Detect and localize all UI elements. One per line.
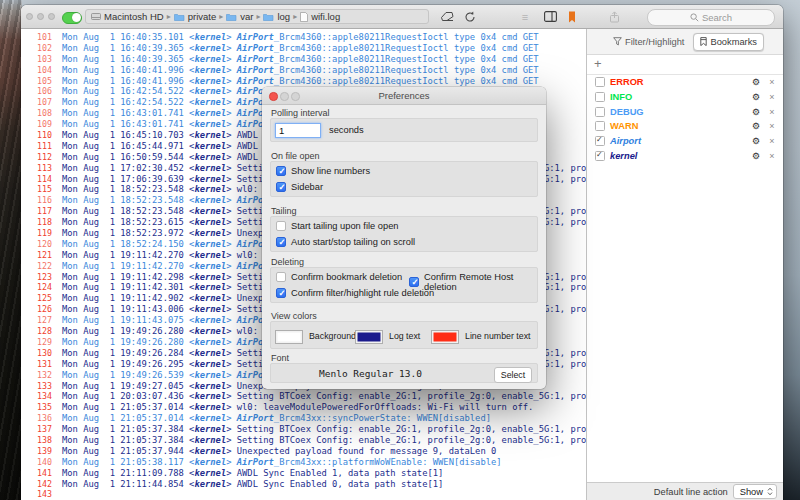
share-button[interactable] [603, 8, 625, 25]
line-number: 130 [21, 348, 52, 359]
checkbox-icon[interactable] [276, 182, 286, 192]
dialog-title-bar[interactable]: Preferences [262, 87, 546, 105]
tab-bookmarks[interactable]: Bookmarks [693, 33, 764, 51]
rule-checkbox[interactable] [595, 77, 605, 87]
line-number: 135 [21, 402, 52, 413]
log-line[interactable]: 137Mon Aug 1 21:05:37.384 <kernel> Setti… [21, 424, 586, 435]
checkbox-label: Auto start/stop tailing on scroll [291, 237, 415, 247]
drive-icon [91, 12, 101, 21]
font-select-button[interactable]: Select [494, 367, 532, 383]
rule-row[interactable]: INFO⚙× [587, 90, 783, 105]
log-line[interactable]: 101Mon Aug 1 16:40:35.101 <kernel> AirPo… [21, 32, 586, 43]
split-view-icon [544, 11, 557, 22]
background-color-well[interactable] [275, 330, 303, 344]
add-rule-button[interactable]: + [594, 56, 602, 71]
rule-row[interactable]: WARN⚙× [587, 119, 783, 134]
sidebar-footer: Default line action Show [587, 482, 783, 500]
gear-icon[interactable]: ⚙ [750, 151, 762, 161]
delete-rule-icon[interactable]: × [767, 121, 777, 131]
default-line-action-select[interactable]: Show [733, 484, 777, 499]
breadcrumb-item[interactable]: var [240, 11, 253, 22]
delete-rule-icon[interactable]: × [767, 107, 777, 117]
zoom-button[interactable] [48, 13, 55, 20]
log-line[interactable]: 135Mon Aug 1 21:05:37.014 <kernel> wl0: … [21, 402, 586, 413]
log-line[interactable]: 134Mon Aug 1 20:03:07.436 <kernel> Setti… [21, 391, 586, 402]
delete-rule-icon[interactable]: × [767, 92, 777, 102]
log-text-color-well[interactable] [355, 330, 383, 344]
checkbox-icon[interactable] [276, 237, 286, 247]
line-number: 114 [21, 174, 52, 185]
line-number: 109 [21, 119, 52, 130]
sidebar: Filter/Highlight Bookmarks + ERROR⚙×INFO… [586, 29, 783, 500]
bookmark-button[interactable] [561, 8, 583, 25]
auto-tailing-checkbox[interactable]: Auto start/stop tailing on scroll [276, 237, 415, 247]
log-line[interactable]: 103Mon Aug 1 16:40:39.365 <kernel> AirPo… [21, 54, 586, 65]
line-number: 133 [21, 381, 52, 392]
breadcrumb-item[interactable]: Macintosh HD [104, 11, 164, 22]
tail-toggle[interactable] [62, 12, 82, 25]
checkbox-icon[interactable] [276, 272, 286, 282]
log-line[interactable]: 140Mon Aug 1 21:05:38.117 <kernel> AirPo… [21, 457, 586, 468]
rule-checkbox[interactable] [595, 92, 605, 102]
minimize-button[interactable] [37, 13, 44, 20]
sidebar-checkbox[interactable]: Sidebar [276, 182, 323, 192]
breadcrumb-item[interactable]: private [188, 11, 217, 22]
log-line[interactable]: 105Mon Aug 1 16:40:41.996 <kernel> AirPo… [21, 76, 586, 87]
checkbox-label: Sidebar [291, 182, 323, 192]
breadcrumb-item[interactable]: wifi.log [311, 11, 340, 22]
log-line[interactable]: 141Mon Aug 1 21:11:09.788 <kernel> AWDL … [21, 468, 586, 479]
rule-row[interactable]: kernel⚙× [587, 148, 783, 163]
rule-checkbox[interactable] [595, 121, 605, 131]
gear-icon[interactable]: ⚙ [750, 77, 762, 87]
polling-interval-group: seconds [270, 118, 538, 142]
gear-icon[interactable]: ⚙ [750, 121, 762, 131]
show-line-numbers-checkbox[interactable]: Show line numbers [276, 166, 370, 176]
rule-checkbox[interactable] [595, 151, 605, 161]
default-line-action-label: Default line action [654, 487, 728, 497]
line-number: 128 [21, 326, 52, 337]
log-line[interactable]: 142Mon Aug 1 21:11:44.854 <kernel> AWDL … [21, 479, 586, 490]
reload-button[interactable] [459, 8, 481, 25]
line-number: 136 [21, 413, 52, 424]
search-input[interactable]: Search [647, 9, 775, 26]
clear-log-button[interactable] [436, 8, 458, 25]
rule-row[interactable]: DEBUG⚙× [587, 104, 783, 119]
rule-checkbox[interactable] [595, 107, 605, 117]
line-number: 131 [21, 359, 52, 370]
close-button[interactable] [26, 13, 33, 20]
checkbox-icon[interactable] [276, 166, 286, 176]
log-line[interactable]: 143 [21, 489, 586, 500]
sidebar-tab-bar: Filter/Highlight Bookmarks [587, 29, 783, 55]
line-text: Mon Aug 1 21:05:37.014 <kernel> AirPort_… [62, 413, 491, 424]
sidebar-toggle-button[interactable] [539, 8, 561, 25]
checkbox-icon[interactable] [276, 221, 286, 231]
rule-row[interactable]: ERROR⚙× [587, 75, 783, 90]
rule-row[interactable]: Airport⚙× [587, 134, 783, 149]
start-tailing-checkbox[interactable]: Start tailing upon file open [276, 221, 399, 231]
checkbox-icon[interactable] [409, 277, 419, 287]
log-line[interactable]: 102Mon Aug 1 16:40:39.365 <kernel> AirPo… [21, 43, 586, 54]
color-well-label: Log text [389, 331, 420, 341]
breadcrumb[interactable]: Macintosh HD ▸ private ▸ var ▸ log ▸ wif… [85, 9, 429, 24]
rule-checkbox[interactable] [595, 136, 605, 146]
confirm-rule-deletion-checkbox[interactable]: Confirm filter/highlight rule deletion [276, 288, 434, 298]
line-number: 123 [21, 272, 52, 283]
log-line[interactable]: 136Mon Aug 1 21:05:37.014 <kernel> AirPo… [21, 413, 586, 424]
checkbox-icon[interactable] [276, 288, 286, 298]
delete-rule-icon[interactable]: × [767, 151, 777, 161]
gear-icon[interactable]: ⚙ [750, 136, 762, 146]
gear-icon[interactable]: ⚙ [750, 92, 762, 102]
line-wrap-button[interactable]: ≡ [514, 8, 536, 25]
gear-icon[interactable]: ⚙ [750, 107, 762, 117]
log-line[interactable]: 139Mon Aug 1 21:05:37.944 <kernel> Unexp… [21, 446, 586, 457]
polling-interval-input[interactable] [275, 123, 321, 138]
delete-rule-icon[interactable]: × [767, 136, 777, 146]
log-line[interactable]: 104Mon Aug 1 16:40:41.996 <kernel> AirPo… [21, 65, 586, 76]
delete-rule-icon[interactable]: × [767, 77, 777, 87]
tab-label: Filter/Highlight [625, 37, 684, 47]
line-number-color-well[interactable] [431, 330, 459, 344]
breadcrumb-item[interactable]: log [277, 11, 290, 22]
confirm-bookmark-deletion-checkbox[interactable]: Confirm bookmark deletion [276, 272, 402, 282]
tab-filter-highlight[interactable]: Filter/Highlight [606, 33, 691, 51]
log-line[interactable]: 138Mon Aug 1 21:05:37.384 <kernel> Setti… [21, 435, 586, 446]
